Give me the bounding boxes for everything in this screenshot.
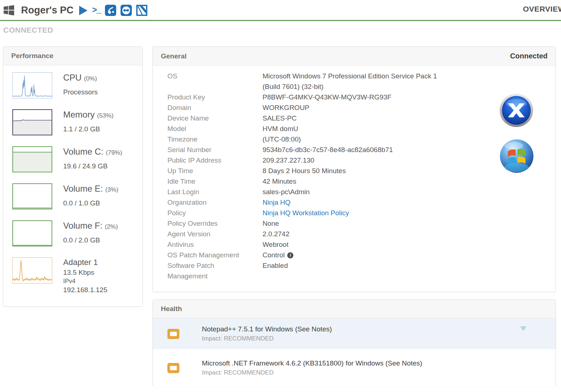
field-label: Product Key bbox=[167, 92, 263, 102]
perf-item-volume-e[interactable]: Volume E: (3%) 0.0 / 1.0 GB bbox=[9, 183, 137, 209]
cpu-sparkline-chart bbox=[12, 72, 52, 98]
info-icon[interactable]: i bbox=[287, 252, 293, 258]
field-label: Up Time bbox=[167, 166, 263, 176]
os-patch-icon bbox=[167, 329, 179, 339]
volume-e-usage-chart bbox=[12, 183, 52, 209]
field-value: P8BWF-G4MKV-Q43KW-MQV3W-RG93F bbox=[263, 92, 391, 102]
tab-overview[interactable]: OVERVIEW bbox=[523, 5, 561, 13]
adapter-speed: 13.5 Kbps bbox=[63, 269, 107, 277]
field-value: 9534b7c6-db3c-7c57-8e48-ac82a6068b71 bbox=[263, 144, 393, 155]
perf-item-volume-f[interactable]: Volume F: (2%) 0.0 / 2.0 GB bbox=[9, 220, 137, 246]
connection-status: CONNECTED bbox=[3, 26, 53, 34]
memory-subtext: 1.1 / 2.0 GB bbox=[63, 125, 114, 133]
general-row-os: OS Microsoft Windows 7 Professional Edit… bbox=[167, 71, 556, 92]
health-item-impact: Impact: RECOMMENDED bbox=[202, 335, 332, 342]
field-value: Webroot bbox=[263, 239, 288, 250]
field-label: Public IP Address bbox=[167, 155, 263, 166]
general-row-model: Model HVM domU bbox=[167, 123, 556, 134]
perf-item-cpu[interactable]: CPU (0%) Processors bbox=[9, 72, 137, 98]
field-label: Antivirus bbox=[167, 239, 263, 250]
field-label: OS Patch Management bbox=[167, 250, 263, 260]
volume-c-percent: (79%) bbox=[106, 149, 122, 156]
volume-f-subtext: 0.0 / 2.0 GB bbox=[63, 236, 118, 244]
field-label: Agent Version bbox=[167, 229, 263, 239]
field-label: Policy bbox=[167, 208, 263, 218]
field-value: WORKGROUP bbox=[263, 102, 309, 113]
splashtop-icon[interactable] bbox=[105, 5, 116, 16]
general-row-public-ip: Public IP Address 209.237.227.130 bbox=[167, 155, 556, 166]
field-value: Enabled bbox=[263, 260, 288, 271]
general-row-domain: Domain WORKGROUP bbox=[167, 102, 556, 113]
top-bar: Roger's PC >_ OVERVIEW bbox=[0, 0, 561, 21]
health-panel: Health Notepad++ 7.5.1 for Windows (See … bbox=[153, 299, 556, 387]
policy-link[interactable]: Ninja HQ Workstation Policy bbox=[263, 209, 349, 217]
adapter-traffic-chart bbox=[12, 257, 52, 283]
health-panel-header: Health bbox=[153, 300, 556, 318]
windows-os-icon bbox=[499, 138, 534, 174]
performance-panel-header: Performance bbox=[3, 47, 142, 65]
field-label: Policy Overrides bbox=[167, 218, 263, 229]
volume-c-usage-chart bbox=[12, 146, 52, 172]
organization-link[interactable]: Ninja HQ bbox=[263, 199, 290, 206]
field-label: Device Name bbox=[167, 113, 263, 123]
general-row-last-login: Last Login sales-pc\Admin bbox=[167, 187, 556, 197]
field-value: Control bbox=[263, 251, 285, 259]
cpu-percent: (0%) bbox=[84, 75, 97, 82]
adapter-ip-address: 192.168.1.125 bbox=[63, 286, 107, 294]
field-value: None bbox=[263, 218, 279, 229]
field-label: Model bbox=[167, 123, 263, 134]
adapter-protocol: IPv4 bbox=[63, 278, 107, 285]
run-play-icon[interactable] bbox=[79, 6, 88, 15]
memory-label: Memory bbox=[63, 110, 95, 119]
perf-item-adapter-1[interactable]: Adapter 1 13.5 Kbps IPv4 192.168.1.125 bbox=[9, 257, 137, 294]
health-item-dotnet[interactable]: Microsoft .NET Framework 4.6.2 (KB315180… bbox=[153, 349, 556, 387]
general-row-policy: Policy Ninja HQ Workstation Policy bbox=[167, 208, 556, 218]
general-panel-header: General Connected bbox=[153, 47, 556, 66]
perf-item-memory[interactable]: Memory (53%) 1.1 / 2.0 GB bbox=[9, 109, 137, 135]
performance-panel: Performance CPU (0%) Processors Memory (… bbox=[3, 46, 143, 307]
field-value: (UTC-08:00) bbox=[263, 134, 301, 144]
field-value: 8 Days 2 Hours 50 Minutes bbox=[263, 166, 346, 176]
health-item-notepad[interactable]: Notepad++ 7.5.1 for Windows (See Notes) … bbox=[153, 318, 556, 349]
field-label: Software Patch Management bbox=[167, 260, 263, 281]
remote-connect-icon[interactable] bbox=[136, 5, 147, 16]
health-item-impact: Impact: RECOMMENDED bbox=[202, 369, 422, 376]
terminal-icon[interactable]: >_ bbox=[92, 6, 101, 15]
health-title: Health bbox=[161, 305, 182, 313]
general-row-timezone: Timezone (UTC-08:00) bbox=[167, 134, 556, 144]
field-value: 2.0.2742 bbox=[263, 229, 289, 239]
xen-hypervisor-icon bbox=[499, 93, 534, 128]
general-row-software-patch-management: Software Patch Management Enabled bbox=[167, 260, 556, 281]
os-patch-icon bbox=[167, 363, 179, 373]
cpu-subtext: Processors bbox=[63, 88, 98, 96]
volume-e-subtext: 0.0 / 1.0 GB bbox=[63, 199, 118, 207]
field-label: Idle Time bbox=[167, 176, 263, 187]
volume-e-percent: (3%) bbox=[105, 186, 118, 193]
volume-f-usage-chart bbox=[12, 220, 52, 246]
general-row-product-key: Product Key P8BWF-G4MKV-Q43KW-MQV3W-RG93… bbox=[167, 92, 556, 102]
field-label: Last Login bbox=[167, 187, 263, 197]
general-row-agent-version: Agent Version 2.0.2742 bbox=[167, 229, 556, 239]
general-row-organization: Organization Ninja HQ bbox=[167, 197, 556, 208]
volume-c-label: Volume C: bbox=[63, 147, 103, 156]
field-value: HVM domU bbox=[263, 123, 298, 134]
general-row-policy-overrides: Policy Overrides None bbox=[167, 218, 556, 229]
teamviewer-icon[interactable] bbox=[121, 5, 132, 16]
memory-usage-chart bbox=[12, 109, 52, 135]
health-item-title: Microsoft .NET Framework 4.6.2 (KB315180… bbox=[202, 359, 422, 367]
windows-flag-icon bbox=[3, 5, 15, 16]
field-value: sales-pc\Admin bbox=[263, 187, 310, 197]
memory-percent: (53%) bbox=[97, 112, 113, 119]
field-value: Microsoft Windows 7 Professional Edition… bbox=[263, 71, 451, 92]
cpu-label: CPU bbox=[63, 73, 82, 82]
general-row-up-time: Up Time 8 Days 2 Hours 50 Minutes bbox=[167, 166, 556, 176]
general-row-serial-number: Serial Number 9534b7c6-db3c-7c57-8e48-ac… bbox=[167, 144, 556, 155]
general-row-antivirus: Antivirus Webroot bbox=[167, 239, 556, 250]
field-label: OS bbox=[167, 71, 263, 81]
field-value: SALES-PC bbox=[263, 113, 297, 123]
perf-item-volume-c[interactable]: Volume C: (79%) 19.6 / 24.9 GB bbox=[9, 146, 137, 172]
chevron-down-icon[interactable] bbox=[520, 326, 527, 331]
general-title: General bbox=[161, 52, 187, 60]
general-row-device-name: Device Name SALES-PC bbox=[167, 113, 556, 123]
page-title: Roger's PC bbox=[21, 5, 73, 16]
